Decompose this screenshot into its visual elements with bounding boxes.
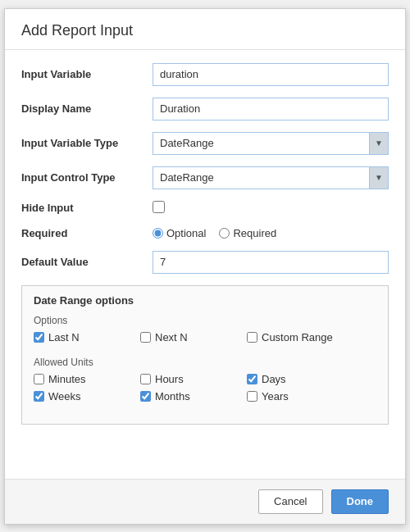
optional-label: Optional: [166, 227, 206, 239]
optional-radio-label[interactable]: Optional: [153, 227, 206, 239]
hours-label: Hours: [155, 373, 184, 385]
weeks-item[interactable]: Weeks: [34, 390, 140, 402]
add-report-input-dialog: Add Report Input Input Variable Display …: [4, 8, 406, 525]
input-variable-control: [153, 63, 389, 86]
options-group: Options Last N Next N Custom Range: [34, 315, 376, 348]
minutes-label: Minutes: [48, 373, 86, 385]
input-control-type-select[interactable]: DateRange: [153, 166, 389, 189]
input-control-type-control: DateRange ▼: [153, 166, 389, 189]
months-item[interactable]: Months: [140, 390, 247, 402]
display-name-label: Display Name: [21, 102, 153, 115]
dialog-footer: Cancel Done: [5, 479, 405, 524]
default-value-row: Default Value: [21, 251, 389, 274]
last-n-label: Last N: [48, 331, 80, 343]
hide-input-label: Hide Input: [21, 202, 153, 214]
required-control: Optional Required: [153, 227, 389, 239]
required-radio-group: Optional Required: [153, 227, 389, 239]
last-n-checkbox[interactable]: [34, 332, 44, 343]
input-variable-type-label: Input Variable Type: [21, 137, 153, 149]
dialog-title: Add Report Input: [5, 9, 405, 50]
done-button[interactable]: Done: [331, 489, 390, 514]
required-radio[interactable]: [219, 228, 230, 239]
input-variable-type-control: DateRange ▼: [153, 132, 389, 155]
input-variable-type-select[interactable]: DateRange: [153, 132, 389, 155]
months-checkbox[interactable]: [140, 391, 151, 402]
required-radio-label[interactable]: Required: [219, 227, 276, 239]
display-name-control: [153, 98, 389, 120]
cancel-button[interactable]: Cancel: [258, 489, 322, 514]
required-label: Required: [21, 227, 153, 239]
input-variable-type-row: Input Variable Type DateRange ▼: [21, 132, 389, 155]
days-checkbox[interactable]: [247, 374, 257, 384]
years-item[interactable]: Years: [247, 390, 353, 402]
date-range-title: Date Range options: [34, 294, 376, 307]
hide-input-checkbox[interactable]: [153, 201, 165, 213]
default-value-label: Default Value: [21, 256, 153, 268]
hide-input-control: [153, 201, 389, 216]
minutes-checkbox[interactable]: [34, 374, 44, 384]
display-name-field[interactable]: [153, 98, 389, 120]
custom-range-checkbox[interactable]: [247, 332, 257, 343]
allowed-units-label: Allowed Units: [34, 357, 376, 368]
days-label: Days: [262, 373, 286, 385]
options-group-label: Options: [34, 315, 376, 326]
allowed-units-group: Allowed Units Minutes Hours Days: [34, 357, 376, 407]
hours-checkbox[interactable]: [140, 374, 151, 384]
input-control-type-row: Input Control Type DateRange ▼: [21, 166, 389, 189]
next-n-label: Next N: [155, 331, 188, 343]
input-variable-field[interactable]: [153, 63, 389, 86]
required-radio-text: Required: [233, 227, 276, 239]
years-checkbox[interactable]: [247, 391, 257, 402]
date-range-section: Date Range options Options Last N Next N: [21, 285, 389, 425]
hide-input-row: Hide Input: [21, 201, 389, 216]
allowed-units-row-2: Weeks Months Years: [34, 390, 376, 407]
next-n-checkbox[interactable]: [140, 332, 151, 343]
optional-radio[interactable]: [153, 228, 163, 239]
weeks-checkbox[interactable]: [34, 391, 44, 402]
input-control-type-label: Input Control Type: [21, 171, 153, 184]
default-value-field[interactable]: [153, 251, 389, 274]
months-label: Months: [155, 390, 190, 402]
weeks-label: Weeks: [48, 390, 81, 402]
required-row: Required Optional Required: [21, 227, 389, 239]
input-control-type-wrapper: DateRange ▼: [153, 166, 389, 189]
options-checkbox-row: Last N Next N Custom Range: [34, 331, 376, 348]
default-value-control: [153, 251, 389, 274]
custom-range-item[interactable]: Custom Range: [247, 331, 353, 343]
input-variable-label: Input Variable: [21, 68, 153, 80]
custom-range-label: Custom Range: [262, 331, 333, 343]
days-item[interactable]: Days: [247, 373, 353, 385]
input-variable-row: Input Variable: [21, 63, 389, 86]
input-variable-type-wrapper: DateRange ▼: [153, 132, 389, 155]
minutes-item[interactable]: Minutes: [34, 373, 140, 385]
last-n-item[interactable]: Last N: [34, 331, 140, 343]
years-label: Years: [262, 390, 289, 402]
allowed-units-row-1: Minutes Hours Days: [34, 373, 376, 390]
next-n-item[interactable]: Next N: [140, 331, 247, 343]
hours-item[interactable]: Hours: [140, 373, 247, 385]
display-name-row: Display Name: [21, 98, 389, 120]
dialog-body: Input Variable Display Name Input Variab…: [5, 50, 405, 479]
